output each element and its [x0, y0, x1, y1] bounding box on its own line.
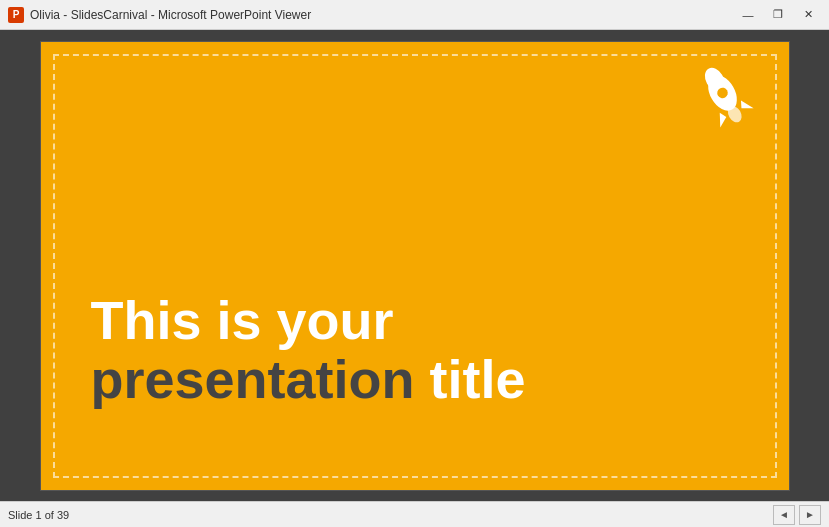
slide-title-line2-dark: presentation: [91, 349, 415, 409]
minimize-button[interactable]: —: [735, 5, 761, 25]
slide-title: This is your presentation title: [91, 291, 739, 410]
next-slide-button[interactable]: ►: [799, 505, 821, 525]
window-title: Olivia - SlidesCarnival - Microsoft Powe…: [30, 8, 311, 22]
close-button[interactable]: ✕: [795, 5, 821, 25]
status-bar: Slide 1 of 39 ◄ ►: [0, 501, 829, 527]
app-icon: P: [8, 7, 24, 23]
slide: This is your presentation title: [40, 41, 790, 491]
title-bar-left: P Olivia - SlidesCarnival - Microsoft Po…: [8, 7, 311, 23]
status-right: ◄ ►: [773, 505, 821, 525]
slide-dashed-border: [53, 54, 777, 478]
slide-counter: Slide 1 of 39: [8, 509, 69, 521]
main-area: This is your presentation title: [0, 30, 829, 501]
prev-slide-button[interactable]: ◄: [773, 505, 795, 525]
title-bar-controls: — ❐ ✕: [735, 5, 821, 25]
svg-marker-3: [737, 96, 753, 113]
slide-title-line1: This is your: [91, 291, 739, 350]
title-bar: P Olivia - SlidesCarnival - Microsoft Po…: [0, 0, 829, 30]
maximize-button[interactable]: ❐: [765, 5, 791, 25]
svg-marker-2: [713, 110, 729, 127]
rocket-icon: [691, 64, 761, 134]
slide-title-line2: presentation title: [91, 350, 739, 409]
slide-title-line2-white: title: [415, 349, 526, 409]
